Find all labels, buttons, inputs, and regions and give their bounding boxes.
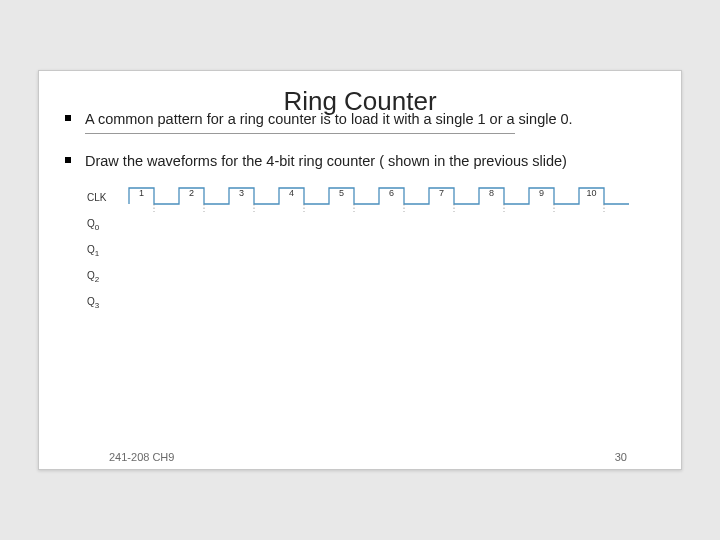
svg-text:1: 1	[139, 188, 144, 198]
q0-row: Q0	[87, 212, 637, 238]
waveform-area: CLK 12345678910 Q0 Q1 Q2 Q3	[87, 186, 637, 336]
q2-row: Q2	[87, 264, 637, 290]
svg-text:7: 7	[439, 188, 444, 198]
bullet-2: Draw the waveforms for the 4-bit ring co…	[63, 152, 657, 172]
svg-text:9: 9	[539, 188, 544, 198]
q3-label: Q3	[87, 290, 121, 310]
title-underline	[85, 133, 515, 134]
bullet-1: A common pattern for a ring counter is t…	[63, 110, 657, 130]
footer-right: 30	[615, 451, 627, 463]
clk-waveform: 12345678910	[121, 186, 637, 212]
svg-text:2: 2	[189, 188, 194, 198]
clk-label: CLK	[87, 186, 121, 203]
slide-footer: 241-208 CH9 30	[39, 451, 681, 463]
clk-row: CLK 12345678910	[87, 186, 637, 212]
q1-label: Q1	[87, 238, 121, 258]
q2-label: Q2	[87, 264, 121, 284]
svg-text:5: 5	[339, 188, 344, 198]
svg-text:3: 3	[239, 188, 244, 198]
bullet-list: A common pattern for a ring counter is t…	[63, 110, 657, 172]
q3-row: Q3	[87, 290, 637, 316]
svg-text:4: 4	[289, 188, 294, 198]
q0-label: Q0	[87, 212, 121, 232]
svg-text:10: 10	[586, 188, 596, 198]
q1-row: Q1	[87, 238, 637, 264]
svg-text:6: 6	[389, 188, 394, 198]
svg-text:8: 8	[489, 188, 494, 198]
slide: Ring Counter A common pattern for a ring…	[38, 70, 682, 470]
footer-left: 241-208 CH9	[109, 451, 174, 463]
